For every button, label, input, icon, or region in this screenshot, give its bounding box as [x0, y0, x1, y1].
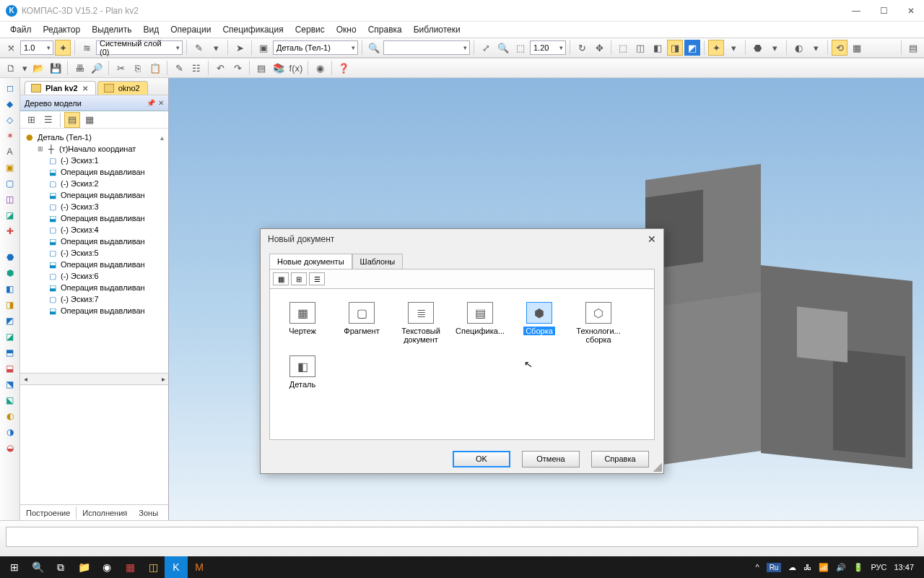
tool-e[interactable]: ◩: [3, 314, 17, 328]
copy-icon[interactable]: ⎘: [130, 60, 146, 76]
zoom-fit-icon[interactable]: ⤢: [478, 40, 494, 56]
part-icon[interactable]: ▣: [256, 40, 271, 56]
tool-2[interactable]: ◇: [3, 113, 17, 127]
pin-icon[interactable]: 📌: [147, 99, 155, 107]
open-icon[interactable]: 📂: [30, 60, 46, 76]
app-icon-2[interactable]: ◫: [141, 556, 165, 578]
section-icon[interactable]: ◐: [790, 40, 806, 56]
menu-service[interactable]: Сервис: [291, 23, 329, 36]
cut-icon[interactable]: ✂: [113, 60, 128, 76]
tree-item[interactable]: ⬓Операция выдавливан: [22, 282, 167, 293]
tree-mode2-icon[interactable]: ☰: [40, 112, 56, 128]
new-drop[interactable]: ▾: [20, 60, 29, 76]
layers-icon[interactable]: ≋: [79, 40, 95, 56]
doc-type-сборка[interactable]: ⬢Сборка: [513, 299, 566, 347]
view-drop[interactable]: ▾: [725, 40, 741, 56]
doc-type-деталь[interactable]: ◧Деталь: [276, 353, 329, 392]
taskview-icon[interactable]: ⧉: [49, 556, 72, 578]
tree-mode1-icon[interactable]: ⊞: [23, 112, 39, 128]
grid-icon[interactable]: ▦: [849, 40, 865, 56]
close-button[interactable]: ✕: [904, 6, 918, 16]
arrow-icon[interactable]: ➤: [232, 40, 248, 56]
dialog-tab-templates[interactable]: Шаблоны: [352, 254, 404, 269]
tree-item[interactable]: ▢(-) Эскиз:4: [22, 224, 167, 236]
app-icon-3[interactable]: M: [188, 556, 211, 578]
tree-item[interactable]: ⬓Операция выдавливан: [22, 305, 167, 316]
doc-type-чертеж[interactable]: ▦Чертеж: [276, 299, 329, 347]
tool-c[interactable]: ◧: [3, 282, 17, 296]
menu-help[interactable]: Справка: [364, 23, 406, 36]
tree-origin[interactable]: ⊞ ┼ (т)Начало координат: [22, 143, 167, 155]
extra-icon[interactable]: ▤: [905, 40, 921, 56]
orient-icon[interactable]: ⬣: [749, 40, 765, 56]
doc-type-специфика-[interactable]: ▤Специфика...: [453, 299, 507, 347]
copy-props-icon[interactable]: ✎: [171, 60, 187, 76]
onedrive-icon[interactable]: ☁: [788, 563, 796, 572]
zoom-in-icon[interactable]: 🔍: [495, 40, 511, 56]
view-small-icon[interactable]: ⊞: [291, 272, 307, 285]
tree-item[interactable]: ▢(-) Эскиз:7: [22, 293, 167, 305]
lang-badge[interactable]: Ru: [767, 563, 782, 572]
tab-okno2[interactable]: okno2: [97, 81, 148, 95]
tool-d[interactable]: ◨: [3, 298, 17, 312]
help-icon[interactable]: ❓: [336, 60, 352, 76]
tool-k[interactable]: ◐: [3, 409, 17, 423]
start-button[interactable]: ⊞: [3, 556, 26, 578]
ucs-icon[interactable]: ⤧: [3, 40, 19, 56]
scroll-right-icon[interactable]: ▸: [158, 375, 168, 383]
command-input[interactable]: [6, 527, 918, 547]
wireframe-icon[interactable]: ⬚: [615, 40, 631, 56]
doc-type-текстовый-документ[interactable]: ≣Текстовый документ: [394, 299, 448, 347]
view-list-icon[interactable]: ☰: [309, 272, 325, 285]
menu-libraries[interactable]: Библиотеки: [409, 23, 465, 36]
tool-9[interactable]: ✚: [3, 224, 17, 238]
tool-i[interactable]: ⬔: [3, 377, 17, 392]
tree-item[interactable]: ⬓Операция выдавливан: [22, 259, 167, 270]
tree-item[interactable]: ⬓Операция выдавливан: [22, 166, 167, 178]
render-icon[interactable]: ✦: [708, 40, 724, 56]
shaded-icon[interactable]: ◧: [650, 40, 666, 56]
tree-item[interactable]: ▢(-) Эскиз:1: [22, 155, 167, 166]
expand-icon[interactable]: ⊞: [38, 145, 43, 152]
undo-icon[interactable]: ↶: [212, 60, 228, 76]
tree-item[interactable]: ▢(-) Эскиз:2: [22, 178, 167, 189]
spec-icon[interactable]: ▤: [253, 60, 269, 76]
lang-indicator[interactable]: РУС: [871, 563, 886, 571]
tray-up-icon[interactable]: ^: [755, 563, 759, 571]
pan-icon[interactable]: ✥: [591, 40, 607, 56]
chrome-icon[interactable]: ◉: [95, 556, 118, 578]
tool-6[interactable]: ▢: [3, 176, 17, 191]
kompas-taskbar-icon[interactable]: K: [165, 556, 188, 578]
tree-item[interactable]: ▢(-) Эскиз:6: [22, 270, 167, 282]
tool-g[interactable]: ⬒: [3, 345, 17, 360]
scale-combo[interactable]: 1.0: [20, 40, 53, 55]
wifi-icon[interactable]: 📶: [819, 563, 829, 572]
tree-mode3-icon[interactable]: ▤: [64, 112, 80, 128]
dialog-titlebar[interactable]: Новый документ ✕: [261, 229, 663, 249]
minimize-button[interactable]: —: [849, 6, 863, 16]
redo-icon[interactable]: ↷: [230, 60, 245, 76]
section-drop[interactable]: ▾: [808, 40, 824, 56]
bottom-tab-exec[interactable]: Исполнения: [77, 506, 133, 519]
tool-8[interactable]: ◪: [3, 208, 17, 223]
tree-item[interactable]: ▢(-) Эскиз:5: [22, 247, 167, 259]
hidden-icon[interactable]: ◫: [632, 40, 648, 56]
sketch-drop-icon[interactable]: ▾: [208, 40, 224, 56]
menu-window[interactable]: Окно: [332, 23, 361, 36]
bottom-tab-build[interactable]: Построение: [20, 506, 77, 519]
dialog-close-icon[interactable]: ✕: [648, 233, 656, 245]
search-icon[interactable]: 🔍: [26, 556, 49, 578]
preview-icon[interactable]: 🔎: [89, 60, 105, 76]
paste-icon[interactable]: 📋: [147, 60, 163, 76]
menu-view[interactable]: Вид: [139, 23, 164, 36]
save-icon[interactable]: 💾: [48, 60, 64, 76]
tool-7[interactable]: ◫: [3, 192, 17, 207]
tool-l[interactable]: ◑: [3, 425, 17, 439]
tool-f[interactable]: ◪: [3, 329, 17, 344]
view-large-icon[interactable]: ▦: [273, 272, 289, 285]
app-icon-1[interactable]: ▦: [118, 556, 141, 578]
tree-item[interactable]: ⬓Операция выдавливан: [22, 189, 167, 201]
record-icon[interactable]: ◉: [312, 60, 328, 76]
volume-icon[interactable]: 🔊: [836, 563, 846, 572]
tree-item[interactable]: ⬓Операция выдавливан: [22, 212, 167, 224]
